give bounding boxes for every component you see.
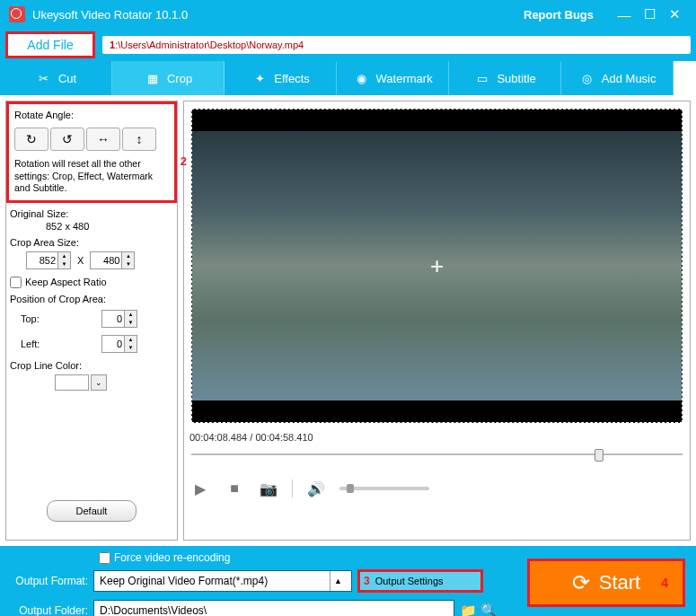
crop-icon: ▦: [144, 69, 162, 87]
crop-area-label: Crop Area Size:: [10, 237, 173, 248]
top-spinner[interactable]: ▲▼: [101, 310, 137, 328]
rotate-panel: Rotate Angle: ↻ ↺ ↔ ↕ Rotation will rese…: [6, 101, 177, 203]
crop-width-input[interactable]: [26, 251, 58, 269]
position-label: Position of Crop Area:: [10, 294, 173, 304]
crop-color-label: Crop Line Color:: [10, 360, 173, 371]
maximize-button[interactable]: ☐: [637, 2, 662, 27]
timecode: 00:04:08.484 / 00:04:58.410: [189, 432, 684, 443]
droplet-icon: ◉: [353, 69, 371, 87]
disc-icon: ◎: [578, 69, 596, 87]
up-icon[interactable]: ▲: [58, 252, 70, 260]
crop-width-spinner[interactable]: ▲▼: [26, 251, 71, 269]
color-dropdown[interactable]: ⌄: [91, 374, 107, 391]
force-reencode-label: Force video re-encoding: [114, 551, 230, 564]
left-label: Left:: [21, 339, 57, 349]
titlebar: Ukeysoft Video Rotator 10.1.0 Report Bug…: [0, 0, 696, 29]
crosshair-icon: +: [430, 252, 444, 280]
output-folder-input[interactable]: D:\Documents\Videos\: [93, 600, 454, 616]
left-spinner[interactable]: ▲▼: [101, 335, 137, 353]
tabs: ✂Cut ▦Crop ✦Effects ◉Watermark ▭Subtitle…: [0, 61, 696, 95]
subtitle-icon: ▭: [473, 69, 491, 87]
sparkle-icon: ✦: [251, 69, 269, 87]
file-path: 1:\Users\Administrator\Desktop\Norway.mp…: [102, 36, 691, 54]
crop-height-spinner[interactable]: ▲▼: [90, 251, 135, 269]
keep-aspect-label: Keep Aspect Ratio: [25, 277, 107, 287]
app-title: Ukeysoft Video Rotator 10.1.0: [32, 8, 188, 22]
default-button[interactable]: Default: [47, 500, 137, 522]
rotate-title: Rotate Angle:: [14, 110, 169, 120]
add-file-button[interactable]: Add File: [5, 31, 95, 58]
minimize-button[interactable]: —: [612, 2, 637, 27]
color-swatch[interactable]: [55, 374, 89, 391]
output-format-label: Output Format:: [9, 575, 88, 587]
seek-thumb[interactable]: [595, 449, 603, 462]
player-controls: ▶ ■ 📷 🔊: [189, 475, 684, 502]
app-icon: [9, 6, 25, 22]
tab-add-music[interactable]: ◎Add Music: [561, 61, 674, 95]
volume-thumb[interactable]: [347, 484, 354, 493]
tab-blank: [674, 61, 696, 95]
report-bugs-link[interactable]: Report Bugs: [524, 8, 594, 22]
dropdown-icon[interactable]: ▲: [330, 571, 346, 591]
output-format-select[interactable]: Keep Original Video Format(*.mp4)▲: [93, 570, 352, 592]
browse-folder-icon[interactable]: 📁: [460, 603, 477, 616]
up-icon[interactable]: ▲: [125, 336, 137, 344]
x-separator: X: [77, 255, 84, 266]
close-button[interactable]: ✕: [662, 2, 687, 27]
file-row: Add File 1:\Users\Administrator\Desktop\…: [0, 29, 696, 61]
video-preview[interactable]: +: [191, 109, 683, 423]
open-folder-icon[interactable]: 🔍: [480, 603, 498, 616]
volume-icon[interactable]: 🔊: [305, 478, 327, 499]
scissors-icon: ✂: [35, 69, 53, 87]
preview-panel: + 00:04:08.484 / 00:04:58.410 ▶ ■ 📷 🔊: [183, 101, 691, 541]
main-area: Rotate Angle: ↻ ↺ ↔ ↕ Rotation will rese…: [0, 95, 696, 546]
refresh-icon: ⟳: [572, 570, 590, 595]
sidebar: Rotate Angle: ↻ ↺ ↔ ↕ Rotation will rese…: [5, 101, 178, 541]
flip-vertical-button[interactable]: ↕: [122, 128, 156, 151]
flip-horizontal-button[interactable]: ↔: [86, 128, 120, 151]
output-folder-label: Output Folder:: [9, 604, 88, 616]
top-label: Top:: [21, 313, 57, 324]
down-icon[interactable]: ▼: [58, 260, 70, 268]
rotate-note: Rotation will reset all the other settin…: [14, 158, 169, 195]
force-reencode-checkbox[interactable]: [99, 552, 110, 564]
tab-watermark[interactable]: ◉Watermark: [337, 61, 449, 95]
seek-slider[interactable]: [191, 448, 683, 461]
tab-subtitle[interactable]: ▭Subtitle: [449, 61, 561, 95]
output-settings-button[interactable]: Output Settings: [357, 569, 483, 593]
rotate-cw-button[interactable]: ↻: [14, 128, 48, 151]
tab-effects[interactable]: ✦Effects: [225, 61, 337, 95]
original-size-value: 852 x 480: [46, 221, 173, 232]
down-icon[interactable]: ▼: [125, 319, 137, 327]
original-size-label: Original Size:: [10, 208, 173, 219]
tab-cut[interactable]: ✂Cut: [0, 61, 112, 95]
up-icon[interactable]: ▲: [122, 252, 134, 260]
left-input[interactable]: [101, 335, 125, 353]
start-button[interactable]: ⟳ Start: [527, 559, 685, 607]
rotate-ccw-button[interactable]: ↺: [50, 128, 84, 151]
top-input[interactable]: [101, 310, 125, 328]
up-icon[interactable]: ▲: [125, 311, 137, 319]
tab-crop[interactable]: ▦Crop: [112, 61, 225, 95]
crop-height-input[interactable]: [90, 251, 122, 269]
snapshot-button[interactable]: 📷: [258, 478, 279, 499]
keep-aspect-checkbox[interactable]: [10, 277, 22, 288]
volume-slider[interactable]: [339, 487, 429, 490]
play-button[interactable]: ▶: [189, 478, 211, 499]
stop-button[interactable]: ■: [224, 478, 245, 499]
down-icon[interactable]: ▼: [122, 260, 134, 268]
down-icon[interactable]: ▼: [125, 344, 137, 352]
